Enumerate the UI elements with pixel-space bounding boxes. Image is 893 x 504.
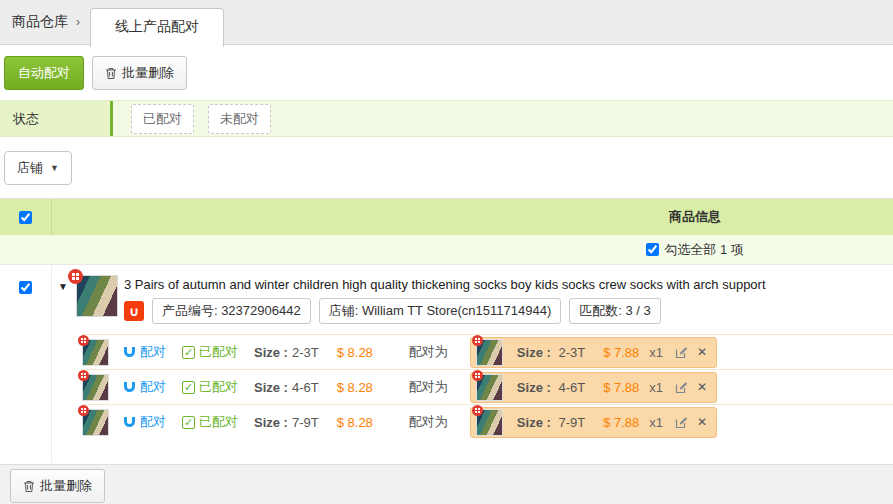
paired-status: ✓ 已配对 xyxy=(182,378,238,396)
edit-icon[interactable] xyxy=(675,381,689,394)
paired-status-label: 已配对 xyxy=(199,343,238,361)
pair-action-label: 配对 xyxy=(140,378,166,396)
status-filter-label: 状态 xyxy=(0,101,110,136)
product-meta: ∪ 产品编号: 32372906442 店铺: William TT Store… xyxy=(124,298,893,324)
select-all-row: 勾选全部 1 项 xyxy=(0,235,893,265)
chevron-down-icon: ▼ xyxy=(50,163,59,173)
column-header-product-info: 商品信息 xyxy=(52,208,893,226)
shop-filter-row: 店铺 ▼ xyxy=(0,137,893,198)
platform-badge-icon xyxy=(78,405,89,416)
shop-dropdown-label: 店铺 xyxy=(17,159,43,177)
pair-action-link[interactable]: 配对 xyxy=(123,413,166,431)
select-all-checkbox[interactable] xyxy=(646,243,659,256)
platform-badge-icon xyxy=(68,269,83,284)
footer-batch-delete-button[interactable]: 批量删除 xyxy=(10,469,105,503)
size-value: 7-9T xyxy=(292,415,319,430)
matched-quantity: x1 xyxy=(649,380,663,395)
row-bottom-padding xyxy=(52,439,893,464)
matched-quantity: x1 xyxy=(649,345,663,360)
paired-status-label: 已配对 xyxy=(199,378,238,396)
product-header: ▼ 3 Pairs of autumn and winter children … xyxy=(52,265,893,324)
breadcrumb[interactable]: 商品仓库 › xyxy=(8,0,90,44)
platform-badge-icon xyxy=(78,370,89,381)
pair-action-link[interactable]: 配对 xyxy=(123,343,166,361)
variant-row: 配对 ✓ 已配对 Size : 2-3T $ 8.28 配对为 xyxy=(82,334,893,369)
paired-status: ✓ 已配对 xyxy=(182,413,238,431)
breadcrumb-root[interactable]: 商品仓库 xyxy=(12,13,68,31)
size-label: Size : xyxy=(254,415,288,430)
check-icon: ✓ xyxy=(182,346,195,359)
matched-product-box: Size : 7-9T $ 7.88 x1 ✕ xyxy=(470,407,717,438)
select-all-header-checkbox[interactable] xyxy=(19,211,32,224)
breadcrumb-separator-icon: › xyxy=(76,15,80,29)
magnet-icon xyxy=(123,346,136,358)
product-checkbox[interactable] xyxy=(19,281,32,294)
product-number-box: 产品编号: 32372906442 xyxy=(152,298,311,324)
platform-badge-icon xyxy=(472,405,483,416)
aliexpress-icon: ∪ xyxy=(124,301,144,321)
matched-size-value: 7-9T xyxy=(558,415,585,430)
matched-size-label: Size : xyxy=(517,345,551,360)
edit-icon[interactable] xyxy=(675,346,689,359)
size-value: 4-6T xyxy=(292,380,319,395)
pair-action-label: 配对 xyxy=(140,343,166,361)
source-price: $ 8.28 xyxy=(337,415,373,430)
matched-size-label: Size : xyxy=(517,380,551,395)
size-label: Size : xyxy=(254,345,288,360)
filter-chip-paired[interactable]: 已配对 xyxy=(131,104,194,134)
size-label: Size : xyxy=(254,380,288,395)
product-title: 3 Pairs of autumn and winter children hi… xyxy=(124,275,893,292)
variant-row: 配对 ✓ 已配对 Size : 7-9T $ 8.28 配对为 xyxy=(82,404,893,439)
header-product-info-cell: 商品信息 xyxy=(52,199,893,235)
auto-match-button[interactable]: 自动配对 xyxy=(4,56,84,90)
status-filter-row: 状态 已配对 未配对 xyxy=(0,100,893,137)
matched-thumbnail-wrap xyxy=(476,339,503,366)
platform-badge-icon xyxy=(472,370,483,381)
toolbar: 自动配对 批量删除 xyxy=(0,45,893,100)
pair-action-link[interactable]: 配对 xyxy=(123,378,166,396)
product-checkbox-cell xyxy=(0,265,52,463)
matched-thumbnail-wrap xyxy=(476,374,503,401)
source-price: $ 8.28 xyxy=(337,345,373,360)
tab-bar: 商品仓库 › 线上产品配对 xyxy=(0,0,893,45)
store-name-box: 店铺: William TT Store(cn1511714944) xyxy=(319,298,562,324)
expand-collapse-icon[interactable]: ▼ xyxy=(58,281,68,324)
matched-price: $ 7.88 xyxy=(603,345,639,360)
batch-delete-label: 批量删除 xyxy=(122,64,174,82)
product-row: ▼ 3 Pairs of autumn and winter children … xyxy=(0,265,893,464)
product-info: 3 Pairs of autumn and winter children hi… xyxy=(124,275,893,324)
variant-list: 配对 ✓ 已配对 Size : 2-3T $ 8.28 配对为 xyxy=(82,334,893,439)
remove-match-icon[interactable]: ✕ xyxy=(697,415,707,429)
match-count-box: 匹配数: 3 / 3 xyxy=(569,298,661,324)
platform-badge-icon xyxy=(78,335,89,346)
magnet-icon xyxy=(123,381,136,393)
matched-to-label: 配对为 xyxy=(409,378,448,396)
filter-chip-unpaired[interactable]: 未配对 xyxy=(208,104,271,134)
batch-delete-button[interactable]: 批量删除 xyxy=(92,56,187,90)
variant-thumbnail-wrap xyxy=(82,374,109,401)
check-icon: ✓ xyxy=(182,381,195,394)
product-cell: ▼ 3 Pairs of autumn and winter children … xyxy=(52,265,893,464)
edit-icon[interactable] xyxy=(675,416,689,429)
matched-size-label: Size : xyxy=(517,415,551,430)
remove-match-icon[interactable]: ✕ xyxy=(697,345,707,359)
tab-online-product-matching[interactable]: 线上产品配对 xyxy=(90,8,224,47)
products-table: 商品信息 勾选全部 1 项 ▼ xyxy=(0,198,893,464)
matched-size-value: 2-3T xyxy=(558,345,585,360)
product-thumbnail-wrap xyxy=(76,275,118,324)
status-filter-options: 已配对 未配对 xyxy=(113,101,271,136)
trash-icon xyxy=(23,480,35,493)
matched-size-value: 4-6T xyxy=(558,380,585,395)
check-icon: ✓ xyxy=(182,416,195,429)
pair-action-label: 配对 xyxy=(140,413,166,431)
variant-row: 配对 ✓ 已配对 Size : 4-6T $ 8.28 配对为 xyxy=(82,369,893,404)
remove-match-icon[interactable]: ✕ xyxy=(697,380,707,394)
app-window: 商品仓库 › 线上产品配对 自动配对 批量删除 状态 已配对 未配对 店铺 ▼ xyxy=(0,0,893,504)
matched-price: $ 7.88 xyxy=(603,380,639,395)
paired-status-label: 已配对 xyxy=(199,413,238,431)
source-price: $ 8.28 xyxy=(337,380,373,395)
matched-product-box: Size : 2-3T $ 7.88 x1 ✕ xyxy=(470,337,717,368)
shop-dropdown[interactable]: 店铺 ▼ xyxy=(4,151,72,185)
product-thumbnail xyxy=(76,275,118,317)
variant-thumbnail-wrap xyxy=(82,339,109,366)
